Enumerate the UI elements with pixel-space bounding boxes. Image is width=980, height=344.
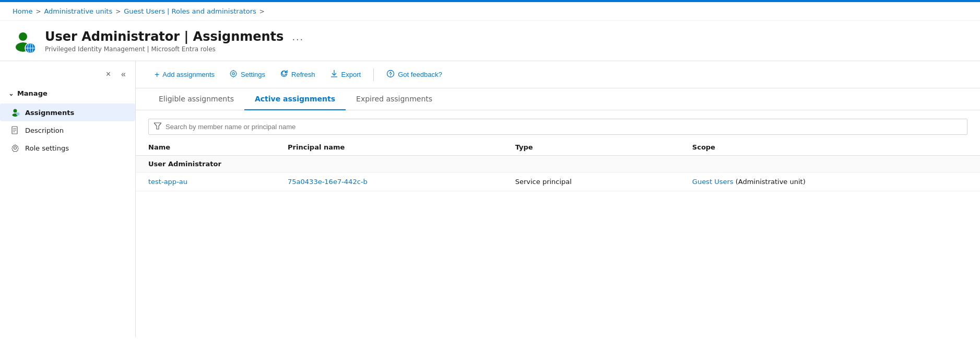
description-icon [10, 125, 20, 135]
sidebar-manage-label: Manage [17, 89, 48, 97]
export-icon [330, 70, 338, 79]
main-layout: × « ⌄ Manage Assignments [0, 61, 980, 337]
assignments-label: Assignments [25, 109, 74, 117]
role-settings-label: Role settings [25, 144, 69, 152]
group-label: User Administrator [136, 156, 980, 173]
col-type: Type [503, 139, 680, 156]
name-link[interactable]: test-app-au [148, 178, 187, 186]
svg-point-16 [14, 147, 17, 150]
filter-icon [154, 122, 161, 131]
toolbar-divider [373, 68, 374, 81]
page-subtitle: Privileged Identity Management | Microso… [45, 45, 967, 53]
refresh-button[interactable]: Refresh [274, 66, 322, 83]
tab-eligible-assignments[interactable]: Eligible assignments [148, 88, 244, 110]
svg-point-17 [232, 73, 234, 75]
tab-active-assignments[interactable]: Active assignments [244, 88, 346, 110]
sidebar-item-description[interactable]: Description [0, 121, 135, 139]
content-area: + Add assignments Settings [136, 61, 980, 337]
cell-scope: Guest Users (Administrative unit) [680, 173, 980, 191]
scope-suffix-text: (Administrative unit) [736, 178, 806, 186]
toolbar: + Add assignments Settings [136, 61, 980, 88]
sidebar-manage-header[interactable]: ⌄ Manage [8, 87, 127, 99]
settings-button[interactable]: Settings [223, 66, 271, 83]
description-label: Description [25, 127, 64, 134]
refresh-label: Refresh [291, 71, 315, 78]
scope-link[interactable]: Guest Users [692, 178, 734, 186]
svg-point-6 [14, 109, 17, 113]
sidebar: × « ⌄ Manage Assignments [0, 61, 136, 337]
page-title-area: User Administrator | Assignments ... Pri… [45, 29, 967, 53]
add-assignments-label: Add assignments [162, 71, 215, 78]
breadcrumb-sep-3: > [259, 8, 265, 15]
feedback-label: Got feedback? [398, 71, 442, 78]
tabs: Eligible assignments Active assignments … [136, 88, 980, 110]
cell-principal: 75a0433e-16e7-442c-b [275, 173, 503, 191]
breadcrumb: Home > Administrative units > Guest User… [0, 2, 980, 21]
search-input[interactable] [166, 123, 962, 131]
col-scope: Scope [680, 139, 980, 156]
page-title-text: User Administrator | Assignments [45, 29, 284, 44]
plus-icon: + [155, 70, 159, 79]
page-title: User Administrator | Assignments ... [45, 29, 967, 44]
sidebar-collapse-button[interactable]: « [118, 68, 129, 80]
feedback-icon [386, 70, 395, 79]
col-principal: Principal name [275, 139, 503, 156]
page-icon [13, 29, 38, 54]
breadcrumb-guest-users-roles[interactable]: Guest Users | Roles and administrators [124, 7, 256, 15]
table-row: test-app-au 75a0433e-16e7-442c-b Service… [136, 173, 980, 191]
cell-type: Service principal [503, 173, 680, 191]
role-settings-icon [10, 143, 20, 153]
svg-marker-23 [154, 123, 161, 129]
principal-link[interactable]: 75a0433e-16e7-442c-b [288, 178, 368, 186]
sidebar-item-role-settings[interactable]: Role settings [0, 139, 135, 157]
refresh-icon [280, 70, 288, 79]
search-bar[interactable] [148, 119, 967, 135]
sidebar-controls: × « [0, 65, 135, 83]
chevron-down-icon: ⌄ [8, 89, 14, 97]
breadcrumb-sep-1: > [36, 8, 41, 15]
export-label: Export [341, 71, 361, 78]
svg-point-22 [390, 76, 391, 76]
feedback-button[interactable]: Got feedback? [380, 66, 448, 83]
page-header: User Administrator | Assignments ... Pri… [0, 21, 980, 61]
settings-label: Settings [241, 71, 265, 78]
breadcrumb-home[interactable]: Home [13, 7, 32, 15]
group-row-user-administrator: User Administrator [136, 156, 980, 173]
sidebar-manage-section: ⌄ Manage [0, 83, 135, 104]
sidebar-close-button[interactable]: × [103, 68, 114, 80]
cell-name: test-app-au [136, 173, 275, 191]
col-name: Name [136, 139, 275, 156]
breadcrumb-admin-units[interactable]: Administrative units [44, 7, 112, 15]
svg-point-21 [390, 72, 391, 73]
export-button[interactable]: Export [324, 66, 368, 83]
assignments-icon [10, 108, 20, 117]
ellipsis-button[interactable]: ... [289, 30, 307, 44]
settings-icon [229, 70, 238, 79]
tab-expired-assignments[interactable]: Expired assignments [346, 88, 443, 110]
add-assignments-button[interactable]: + Add assignments [148, 67, 221, 83]
breadcrumb-sep-2: > [115, 8, 121, 15]
assignments-table: Name Principal name Type Scope User Admi… [136, 139, 980, 191]
svg-point-0 [19, 32, 27, 41]
sidebar-item-assignments[interactable]: Assignments [0, 104, 135, 121]
